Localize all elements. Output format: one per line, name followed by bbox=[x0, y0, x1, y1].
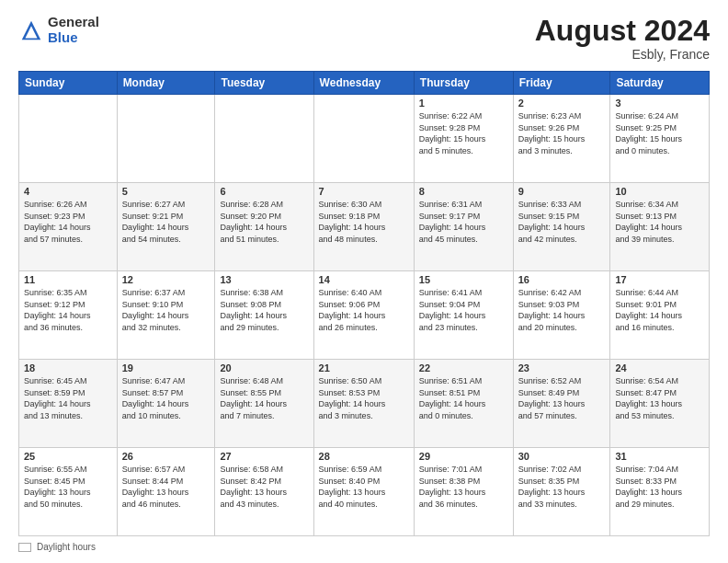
calendar-week-row: 18Sunrise: 6:45 AM Sunset: 8:59 PM Dayli… bbox=[19, 360, 710, 448]
logo-text: General Blue bbox=[48, 15, 99, 45]
day-info: Sunrise: 6:22 AM Sunset: 9:28 PM Dayligh… bbox=[419, 110, 508, 156]
calendar-table: SundayMondayTuesdayWednesdayThursdayFrid… bbox=[18, 71, 710, 536]
calendar-cell: 5Sunrise: 6:27 AM Sunset: 9:21 PM Daylig… bbox=[117, 183, 215, 271]
day-number: 2 bbox=[518, 98, 606, 109]
day-number: 8 bbox=[419, 186, 508, 197]
calendar-cell: 4Sunrise: 6:26 AM Sunset: 9:23 PM Daylig… bbox=[19, 183, 118, 271]
day-number: 25 bbox=[24, 451, 112, 462]
day-info: Sunrise: 6:40 AM Sunset: 9:06 PM Dayligh… bbox=[319, 287, 409, 333]
day-number: 13 bbox=[220, 274, 308, 285]
calendar-week-row: 25Sunrise: 6:55 AM Sunset: 8:45 PM Dayli… bbox=[19, 448, 710, 536]
calendar-cell: 21Sunrise: 6:50 AM Sunset: 8:53 PM Dayli… bbox=[313, 360, 414, 448]
weekday-header-friday: Friday bbox=[513, 72, 610, 95]
day-number: 12 bbox=[122, 274, 210, 285]
day-info: Sunrise: 7:02 AM Sunset: 8:35 PM Dayligh… bbox=[518, 464, 606, 510]
logo-general-text: General bbox=[48, 15, 99, 30]
day-info: Sunrise: 6:44 AM Sunset: 9:01 PM Dayligh… bbox=[615, 287, 704, 333]
weekday-header-monday: Monday bbox=[117, 72, 215, 95]
calendar-cell: 9Sunrise: 6:33 AM Sunset: 9:15 PM Daylig… bbox=[513, 183, 610, 271]
day-number: 24 bbox=[615, 362, 704, 373]
weekday-header-wednesday: Wednesday bbox=[313, 72, 414, 95]
calendar-cell: 7Sunrise: 6:30 AM Sunset: 9:18 PM Daylig… bbox=[313, 183, 414, 271]
calendar-cell: 2Sunrise: 6:23 AM Sunset: 9:26 PM Daylig… bbox=[513, 95, 610, 183]
day-number: 19 bbox=[122, 362, 210, 373]
day-info: Sunrise: 6:58 AM Sunset: 8:42 PM Dayligh… bbox=[220, 464, 308, 510]
daylight-label: Daylight hours bbox=[37, 542, 96, 552]
calendar-cell: 3Sunrise: 6:24 AM Sunset: 9:25 PM Daylig… bbox=[610, 95, 710, 183]
calendar-cell: 8Sunrise: 6:31 AM Sunset: 9:17 PM Daylig… bbox=[414, 183, 513, 271]
day-info: Sunrise: 6:45 AM Sunset: 8:59 PM Dayligh… bbox=[24, 375, 112, 421]
day-info: Sunrise: 6:55 AM Sunset: 8:45 PM Dayligh… bbox=[24, 464, 112, 510]
logo: General Blue bbox=[18, 15, 99, 45]
day-number: 27 bbox=[220, 451, 308, 462]
calendar-cell: 29Sunrise: 7:01 AM Sunset: 8:38 PM Dayli… bbox=[414, 448, 513, 536]
calendar-cell: 30Sunrise: 7:02 AM Sunset: 8:35 PM Dayli… bbox=[513, 448, 610, 536]
calendar-cell: 15Sunrise: 6:41 AM Sunset: 9:04 PM Dayli… bbox=[414, 271, 513, 360]
calendar-cell: 6Sunrise: 6:28 AM Sunset: 9:20 PM Daylig… bbox=[215, 183, 313, 271]
logo-blue-text: Blue bbox=[48, 30, 99, 46]
day-number: 22 bbox=[419, 362, 508, 373]
calendar-week-row: 11Sunrise: 6:35 AM Sunset: 9:12 PM Dayli… bbox=[19, 271, 710, 360]
day-info: Sunrise: 6:41 AM Sunset: 9:04 PM Dayligh… bbox=[419, 287, 508, 333]
day-info: Sunrise: 6:30 AM Sunset: 9:18 PM Dayligh… bbox=[319, 199, 409, 245]
calendar-cell bbox=[215, 95, 313, 183]
day-info: Sunrise: 6:50 AM Sunset: 8:53 PM Dayligh… bbox=[319, 375, 409, 421]
logo-icon bbox=[18, 17, 44, 43]
day-info: Sunrise: 6:48 AM Sunset: 8:55 PM Dayligh… bbox=[220, 375, 308, 421]
day-number: 18 bbox=[24, 362, 112, 373]
day-number: 14 bbox=[319, 274, 409, 285]
day-number: 26 bbox=[122, 451, 210, 462]
title-block: August 2024 Esbly, France bbox=[535, 15, 710, 62]
day-number: 15 bbox=[419, 274, 508, 285]
calendar-cell bbox=[313, 95, 414, 183]
day-info: Sunrise: 6:57 AM Sunset: 8:44 PM Dayligh… bbox=[122, 464, 210, 510]
location-subtitle: Esbly, France bbox=[535, 47, 710, 62]
day-number: 29 bbox=[419, 451, 508, 462]
header: General Blue August 2024 Esbly, France bbox=[18, 15, 710, 62]
calendar-cell: 19Sunrise: 6:47 AM Sunset: 8:57 PM Dayli… bbox=[117, 360, 215, 448]
day-info: Sunrise: 6:59 AM Sunset: 8:40 PM Dayligh… bbox=[319, 464, 409, 510]
calendar-cell: 12Sunrise: 6:37 AM Sunset: 9:10 PM Dayli… bbox=[117, 271, 215, 360]
calendar-cell: 24Sunrise: 6:54 AM Sunset: 8:47 PM Dayli… bbox=[610, 360, 710, 448]
day-info: Sunrise: 6:34 AM Sunset: 9:13 PM Dayligh… bbox=[615, 199, 704, 245]
day-info: Sunrise: 6:28 AM Sunset: 9:20 PM Dayligh… bbox=[220, 199, 308, 245]
calendar-cell: 13Sunrise: 6:38 AM Sunset: 9:08 PM Dayli… bbox=[215, 271, 313, 360]
calendar-cell: 17Sunrise: 6:44 AM Sunset: 9:01 PM Dayli… bbox=[610, 271, 710, 360]
weekday-header-thursday: Thursday bbox=[414, 72, 513, 95]
calendar-cell: 1Sunrise: 6:22 AM Sunset: 9:28 PM Daylig… bbox=[414, 95, 513, 183]
day-number: 28 bbox=[319, 451, 409, 462]
calendar-cell bbox=[117, 95, 215, 183]
month-year-title: August 2024 bbox=[535, 15, 710, 47]
calendar-cell: 23Sunrise: 6:52 AM Sunset: 8:49 PM Dayli… bbox=[513, 360, 610, 448]
page: General Blue August 2024 Esbly, France S… bbox=[0, 0, 728, 563]
day-number: 20 bbox=[220, 362, 308, 373]
weekday-header-saturday: Saturday bbox=[610, 72, 710, 95]
day-number: 6 bbox=[220, 186, 308, 197]
calendar-cell: 25Sunrise: 6:55 AM Sunset: 8:45 PM Dayli… bbox=[19, 448, 118, 536]
day-info: Sunrise: 7:04 AM Sunset: 8:33 PM Dayligh… bbox=[615, 464, 704, 510]
calendar-cell: 18Sunrise: 6:45 AM Sunset: 8:59 PM Dayli… bbox=[19, 360, 118, 448]
day-info: Sunrise: 6:42 AM Sunset: 9:03 PM Dayligh… bbox=[518, 287, 606, 333]
day-number: 3 bbox=[615, 98, 704, 109]
day-info: Sunrise: 6:26 AM Sunset: 9:23 PM Dayligh… bbox=[24, 199, 112, 245]
day-info: Sunrise: 6:38 AM Sunset: 9:08 PM Dayligh… bbox=[220, 287, 308, 333]
calendar-cell bbox=[19, 95, 118, 183]
calendar-cell: 20Sunrise: 6:48 AM Sunset: 8:55 PM Dayli… bbox=[215, 360, 313, 448]
footer: Daylight hours bbox=[18, 542, 710, 552]
calendar-cell: 22Sunrise: 6:51 AM Sunset: 8:51 PM Dayli… bbox=[414, 360, 513, 448]
day-info: Sunrise: 6:35 AM Sunset: 9:12 PM Dayligh… bbox=[24, 287, 112, 333]
day-number: 4 bbox=[24, 186, 112, 197]
day-info: Sunrise: 6:52 AM Sunset: 8:49 PM Dayligh… bbox=[518, 375, 606, 421]
day-info: Sunrise: 6:54 AM Sunset: 8:47 PM Dayligh… bbox=[615, 375, 704, 421]
day-number: 5 bbox=[122, 186, 210, 197]
calendar-week-row: 4Sunrise: 6:26 AM Sunset: 9:23 PM Daylig… bbox=[19, 183, 710, 271]
weekday-header-tuesday: Tuesday bbox=[215, 72, 313, 95]
day-number: 10 bbox=[615, 186, 704, 197]
calendar-cell: 31Sunrise: 7:04 AM Sunset: 8:33 PM Dayli… bbox=[610, 448, 710, 536]
calendar-cell: 27Sunrise: 6:58 AM Sunset: 8:42 PM Dayli… bbox=[215, 448, 313, 536]
day-info: Sunrise: 6:51 AM Sunset: 8:51 PM Dayligh… bbox=[419, 375, 508, 421]
day-number: 23 bbox=[518, 362, 606, 373]
day-info: Sunrise: 6:23 AM Sunset: 9:26 PM Dayligh… bbox=[518, 110, 606, 156]
day-info: Sunrise: 6:24 AM Sunset: 9:25 PM Dayligh… bbox=[615, 110, 704, 156]
day-number: 17 bbox=[615, 274, 704, 285]
